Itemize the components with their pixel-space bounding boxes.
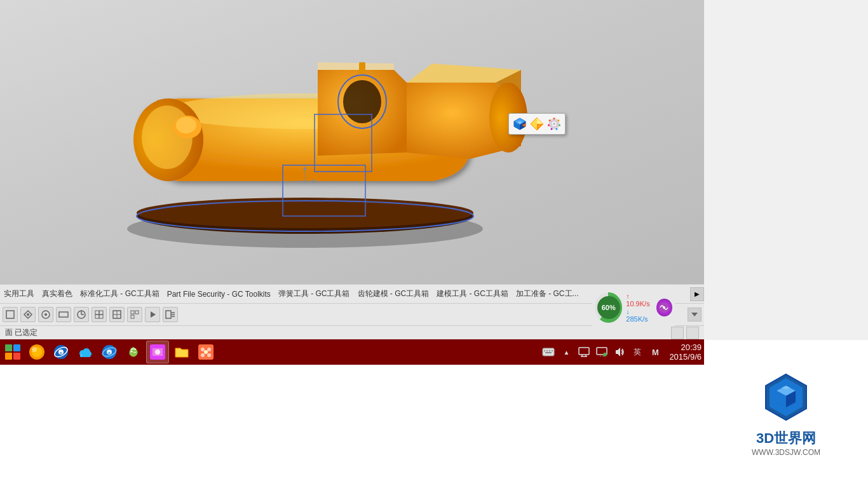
status-icon-2[interactable]: [686, 327, 699, 339]
system-clock[interactable]: 20:39 2015/9/6: [669, 342, 702, 362]
toolbar2-more-button[interactable]: [688, 308, 702, 322]
svg-point-36: [550, 128, 552, 130]
menu-item-partfile[interactable]: Part File Security - GC Toolkits: [163, 290, 275, 299]
3d-model: [64, 19, 572, 261]
svg-point-93: [201, 348, 205, 351]
svg-point-38: [548, 119, 550, 121]
svg-point-95: [201, 353, 205, 357]
tb-btn-2[interactable]: [20, 307, 36, 322]
svg-point-2: [137, 198, 473, 228]
menu-item-realcolor[interactable]: 真实着色: [38, 288, 76, 299]
context-menu-popup[interactable]: [508, 113, 566, 135]
menu-item-utilities[interactable]: 实用工具: [0, 288, 38, 299]
menu-item-standard[interactable]: 标准化工具 - GC工具箱: [76, 288, 163, 299]
paint-icon[interactable]: [194, 341, 217, 363]
svg-point-91: [155, 349, 160, 355]
tb-btn-6[interactable]: [92, 307, 107, 322]
cloud-icon[interactable]: [74, 341, 97, 363]
start-button[interactable]: [1, 341, 24, 363]
watermark-area: 3D世界网 WWW.3DSJW.COM: [704, 340, 868, 488]
tb-btn-7[interactable]: [109, 307, 125, 322]
input-method-indicator[interactable]: M: [648, 344, 663, 360]
toolbar-more-button[interactable]: ▶: [690, 287, 704, 301]
svg-point-8: [343, 80, 381, 123]
svg-point-89: [131, 351, 133, 353]
sound-icon[interactable]: [612, 344, 627, 360]
taskbar-right: ▲ 英 M 20:39 2015/9/6: [458, 339, 704, 365]
svg-point-32: [553, 118, 555, 119]
network-icon: [656, 299, 672, 316]
network-icon[interactable]: [594, 344, 609, 360]
status-icon-1[interactable]: [671, 327, 684, 339]
context-menu-item-3[interactable]: [546, 116, 562, 132]
active-app-icon[interactable]: [146, 341, 169, 363]
cpu-usage-circle: 60%: [595, 292, 622, 323]
svg-rect-99: [544, 350, 545, 351]
tb-btn-9[interactable]: [145, 307, 160, 322]
windows-orb-icon[interactable]: [25, 341, 48, 363]
brand-url: WWW.3DSJW.COM: [752, 448, 820, 457]
clock-date: 2015/9/6: [669, 352, 702, 362]
network-stats: ↑ 10.9K/s ↓ 285K/s: [626, 292, 652, 323]
menu-item-machining[interactable]: 加工准备 - GC工...: [512, 288, 583, 299]
right-panel: [704, 0, 868, 340]
bird-icon[interactable]: [122, 341, 145, 363]
svg-rect-50: [95, 311, 99, 315]
clock-time: 20:39: [681, 342, 702, 352]
svg-point-34: [559, 125, 560, 126]
svg-rect-58: [135, 311, 139, 314]
performance-widget: 60% ↑ 10.9K/s ↓ 285K/s: [592, 289, 675, 326]
keyboard-icon[interactable]: [541, 344, 556, 360]
brand-logo: [761, 372, 811, 423]
tb-btn-1[interactable]: [3, 307, 18, 322]
context-menu-item-2[interactable]: [529, 116, 545, 132]
download-speed: ↓ 285K/s: [626, 308, 652, 323]
tb-btn-8[interactable]: [127, 307, 142, 322]
svg-point-45: [44, 313, 47, 316]
svg-rect-16: [359, 62, 365, 74]
tb-btn-5[interactable]: [74, 307, 89, 322]
svg-rect-46: [59, 312, 68, 317]
svg-rect-61: [166, 311, 171, 318]
svg-point-97: [204, 350, 208, 354]
selection-status: 面 已选定: [5, 327, 37, 338]
svg-point-94: [207, 348, 211, 351]
svg-rect-69: [13, 344, 20, 351]
status-bar: 面 已选定: [0, 325, 704, 339]
upload-speed: ↑ 10.9K/s: [626, 292, 652, 308]
cpu-percent-label: 60%: [602, 304, 616, 311]
svg-rect-57: [131, 311, 134, 314]
svg-rect-70: [5, 353, 12, 360]
svg-point-67: [663, 306, 665, 309]
svg-point-40: [553, 123, 555, 125]
expand-tray-icon[interactable]: ▲: [559, 344, 574, 360]
ie-icon[interactable]: e: [50, 341, 72, 363]
monitor-icon[interactable]: [576, 344, 592, 360]
svg-rect-103: [545, 352, 552, 353]
language-indicator[interactable]: 英: [630, 344, 645, 360]
tb-btn-4[interactable]: [56, 307, 71, 322]
svg-point-84: [81, 355, 82, 356]
tb-btn-10[interactable]: [163, 307, 178, 322]
svg-marker-65: [691, 313, 698, 316]
svg-rect-51: [99, 311, 103, 315]
svg-point-96: [207, 353, 211, 357]
svg-rect-52: [95, 315, 99, 318]
svg-point-18: [176, 117, 196, 133]
file-manager-icon[interactable]: [170, 341, 193, 363]
menu-item-modeling[interactable]: 建模工具 - GC工具箱: [433, 288, 512, 299]
svg-marker-27: [537, 118, 543, 124]
menu-item-spring[interactable]: 弹簧工具 - GC工具箱: [275, 288, 354, 299]
svg-rect-101: [549, 350, 550, 351]
svg-point-111: [603, 353, 607, 356]
status-icons: [671, 327, 699, 339]
svg-rect-53: [99, 315, 103, 318]
ie2-icon[interactable]: e: [98, 341, 121, 363]
tb-btn-3[interactable]: [38, 307, 53, 322]
brand-name: 3D世界网: [756, 429, 816, 448]
context-menu-item-1[interactable]: [512, 116, 527, 132]
svg-point-35: [555, 128, 557, 130]
menu-item-gear[interactable]: 齿轮建模 - GC工具箱: [354, 288, 433, 299]
svg-rect-102: [552, 350, 553, 351]
svg-point-75: [32, 347, 37, 352]
